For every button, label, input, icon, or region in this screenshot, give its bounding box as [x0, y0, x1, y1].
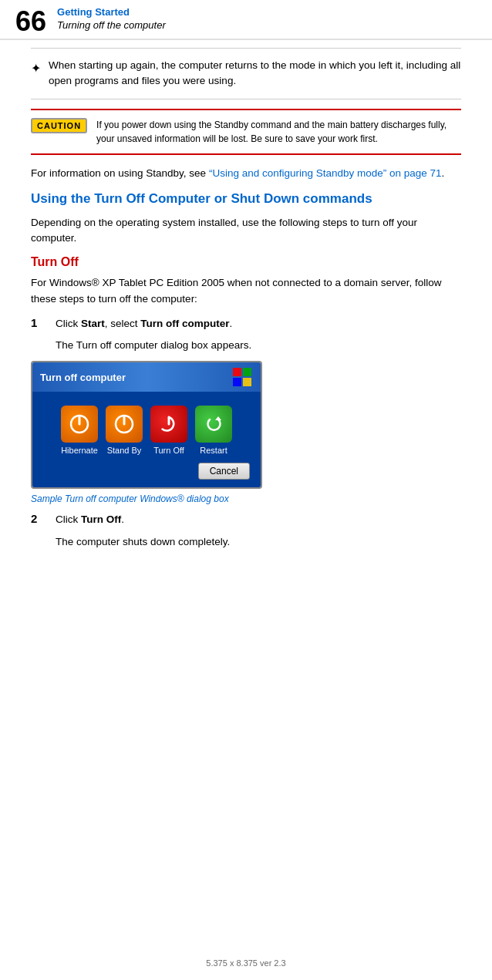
step-1-content: Click Start, select Turn off computer.: [56, 316, 232, 332]
standby-label: Stand By: [107, 446, 142, 455]
standby-link[interactable]: “Using and configuring Standby mode” on …: [209, 167, 442, 179]
bullet-text: When starting up again, the computer ret…: [49, 58, 461, 89]
hibernate-button[interactable]: Hibernate: [61, 406, 98, 455]
standby-icon: [106, 406, 143, 443]
turn-off-dialog: Turn off computer Hi: [31, 361, 262, 489]
svg-rect-0: [233, 368, 241, 376]
subsection-heading: Turn Off: [31, 255, 461, 269]
content-area: ✦ When starting up again, the computer r…: [0, 40, 492, 573]
bullet-section: ✦ When starting up again, the computer r…: [31, 48, 461, 99]
caution-text: If you power down using the Standby comm…: [96, 118, 461, 146]
turnoff-power-icon: [158, 413, 180, 435]
dialog-title-text: Turn off computer: [40, 372, 126, 383]
section-intro: Depending on the operating system instal…: [31, 215, 461, 247]
bullet-diamond-icon: ✦: [31, 59, 41, 78]
step-2-sub: The computer shuts down completely.: [56, 534, 461, 550]
subsection-intro: For Windows® XP Tablet PC Edition 2005 w…: [31, 275, 461, 307]
page-footer: 5.375 x 8.375 ver 2.3: [0, 958, 492, 968]
svg-marker-9: [215, 416, 221, 420]
caution-badge: CAUTION: [31, 118, 87, 133]
windows-logo-icon: [231, 366, 253, 388]
turnoff-icon: [150, 406, 187, 443]
turnoff-label: Turn Off: [153, 446, 184, 455]
bullet-item: ✦ When starting up again, the computer r…: [31, 58, 461, 89]
standby-button[interactable]: Stand By: [106, 406, 143, 455]
step-1-number: 1: [31, 316, 43, 329]
restart-button[interactable]: Restart: [195, 406, 232, 455]
restart-arrow-icon: [203, 413, 224, 435]
header-title: Turning off the computer: [57, 19, 166, 32]
caution-box: CAUTION If you power down using the Stan…: [31, 109, 461, 155]
standby-power-icon: [113, 413, 135, 435]
dialog-titlebar: Turn off computer: [32, 362, 261, 392]
page-header: 66 Getting Started Turning off the compu…: [0, 0, 492, 40]
svg-rect-1: [243, 368, 251, 376]
restart-label: Restart: [200, 446, 227, 455]
dialog-cancel-row: Cancel: [43, 463, 250, 480]
svg-rect-2: [233, 378, 241, 386]
hibernate-icon: [61, 406, 98, 443]
standby-link-paragraph: For information on using Standby, see “U…: [31, 166, 461, 181]
dialog-buttons-row: Hibernate Stand By: [61, 406, 232, 455]
step-1: 1 Click Start, select Turn off computer.: [31, 316, 461, 332]
hibernate-label: Hibernate: [61, 446, 98, 455]
cancel-button[interactable]: Cancel: [198, 463, 250, 480]
step-2-content: Click Turn Off.: [56, 512, 124, 527]
dialog-caption: Sample Turn off computer Windows® dialog…: [31, 493, 461, 504]
section-heading: Using the Turn Off Computer or Shut Down…: [31, 190, 461, 207]
dialog-body: Hibernate Stand By: [32, 392, 261, 487]
turnoff-button[interactable]: Turn Off: [150, 406, 187, 455]
hibernate-power-icon: [69, 413, 90, 435]
step-1-sub: The Turn off computer dialog box appears…: [56, 338, 461, 353]
page-number: 66: [15, 8, 46, 35]
header-text: Getting Started Turning off the computer: [57, 6, 166, 32]
header-chapter: Getting Started: [57, 6, 166, 19]
step-2-number: 2: [31, 512, 43, 525]
step-2: 2 Click Turn Off.: [31, 512, 461, 527]
restart-icon: [195, 406, 232, 443]
svg-rect-3: [243, 378, 251, 386]
